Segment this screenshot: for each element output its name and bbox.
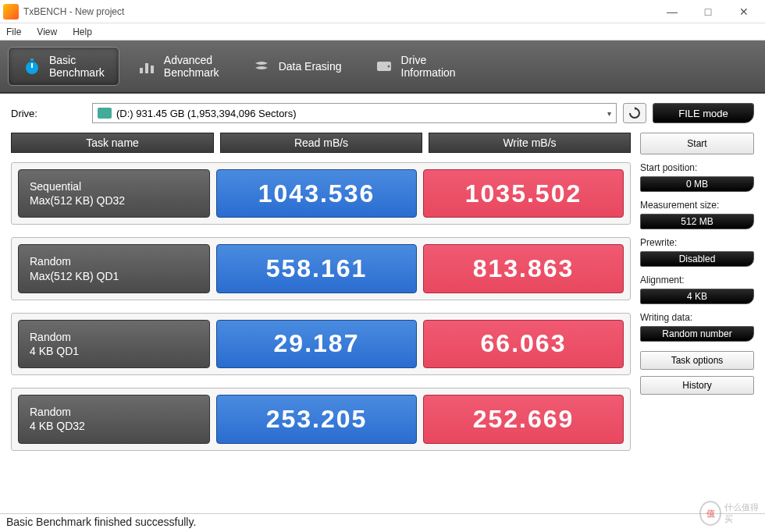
status-bar: Basic Benchmark finished successfully. <box>0 513 765 532</box>
erase-icon <box>252 57 271 76</box>
read-value: 1043.536 <box>216 169 417 218</box>
drive-select[interactable]: (D:) 931.45 GB (1,953,394,096 Sectors) ▾ <box>92 103 617 123</box>
task-name: Random Max(512 KB) QD1 <box>18 244 210 293</box>
read-value: 558.161 <box>216 244 417 293</box>
close-button[interactable]: ✕ <box>726 0 762 23</box>
drive-icon <box>98 108 112 119</box>
svg-point-7 <box>387 66 390 68</box>
result-row: Sequential Max(512 KB) QD32 1043.536 103… <box>11 162 631 225</box>
stopwatch-icon <box>23 57 41 76</box>
write-value: 813.863 <box>423 244 624 293</box>
watermark-icon: 值 <box>699 501 721 526</box>
writing-data-value[interactable]: Random number <box>640 326 754 342</box>
svg-rect-1 <box>30 59 34 61</box>
tab-label: Data Erasing <box>279 60 342 73</box>
write-value: 1035.502 <box>423 169 624 218</box>
measurement-size-value[interactable]: 512 MB <box>640 214 754 229</box>
tab-advanced-benchmark[interactable]: Advanced Benchmark <box>123 47 234 86</box>
menu-file[interactable]: File <box>6 27 21 37</box>
read-value: 29.187 <box>216 320 417 368</box>
menu-view[interactable]: View <box>37 27 57 37</box>
measurement-size-label: Measurement size: <box>640 200 754 211</box>
write-value: 66.063 <box>423 320 624 368</box>
task-name: Random 4 KB QD1 <box>18 320 210 368</box>
sidebar: Start Start position: 0 MB Measurement s… <box>640 133 754 463</box>
svg-rect-5 <box>151 66 154 73</box>
drive-value: (D:) 931.45 GB (1,953,394,096 Sectors) <box>116 108 297 119</box>
read-value: 253.205 <box>216 395 417 443</box>
titlebar: TxBENCH - New project — □ ✕ <box>0 0 765 23</box>
results-panel: Task name Read mB/s Write mB/s Sequentia… <box>11 133 631 463</box>
header-write: Write mB/s <box>429 133 631 153</box>
app-icon <box>3 4 19 20</box>
drive-icon <box>375 57 393 76</box>
tab-label: Basic Benchmark <box>49 54 105 79</box>
history-button[interactable]: History <box>640 376 754 395</box>
menubar: File View Help <box>0 23 765 41</box>
chevron-down-icon: ▾ <box>607 109 611 118</box>
start-button[interactable]: Start <box>640 133 754 154</box>
header-read: Read mB/s <box>220 133 422 153</box>
bar-chart-icon <box>137 57 156 76</box>
task-options-button[interactable]: Task options <box>640 351 754 370</box>
write-value: 252.669 <box>423 395 624 443</box>
result-row: Random 4 KB QD1 29.187 66.063 <box>11 313 631 375</box>
svg-rect-4 <box>145 63 148 73</box>
tab-drive-information[interactable]: Drive Information <box>360 47 471 86</box>
tab-data-erasing[interactable]: Data Erasing <box>237 50 357 83</box>
refresh-icon <box>628 107 641 119</box>
result-row: Random 4 KB QD32 253.205 252.669 <box>11 388 631 450</box>
drive-label: Drive: <box>11 108 86 119</box>
writing-data-label: Writing data: <box>640 312 754 323</box>
refresh-button[interactable] <box>623 103 646 123</box>
prewrite-value[interactable]: Disabled <box>640 251 754 267</box>
tab-label: Advanced Benchmark <box>164 54 219 79</box>
task-name: Random 4 KB QD32 <box>18 395 210 443</box>
maximize-button[interactable]: □ <box>690 0 726 23</box>
prewrite-label: Prewrite: <box>640 237 754 248</box>
drive-row: Drive: (D:) 931.45 GB (1,953,394,096 Sec… <box>0 94 765 128</box>
tab-label: Drive Information <box>401 54 456 79</box>
alignment-label: Alignment: <box>640 275 754 286</box>
start-position-label: Start position: <box>640 162 754 173</box>
file-mode-button[interactable]: FILE mode <box>653 103 754 123</box>
tab-basic-benchmark[interactable]: Basic Benchmark <box>8 47 119 86</box>
minimize-button[interactable]: — <box>654 0 690 23</box>
alignment-value[interactable]: 4 KB <box>640 289 754 304</box>
header-taskname: Task name <box>11 133 214 153</box>
result-row: Random Max(512 KB) QD1 558.161 813.863 <box>11 237 631 300</box>
task-name: Sequential Max(512 KB) QD32 <box>18 169 210 218</box>
svg-rect-3 <box>140 68 143 73</box>
menu-help[interactable]: Help <box>73 27 92 37</box>
toolbar: Basic Benchmark Advanced Benchmark Data … <box>0 41 765 94</box>
watermark: 值 什么值得买 <box>699 498 762 529</box>
window-title: TxBENCH - New project <box>23 6 654 17</box>
start-position-value[interactable]: 0 MB <box>640 176 754 192</box>
